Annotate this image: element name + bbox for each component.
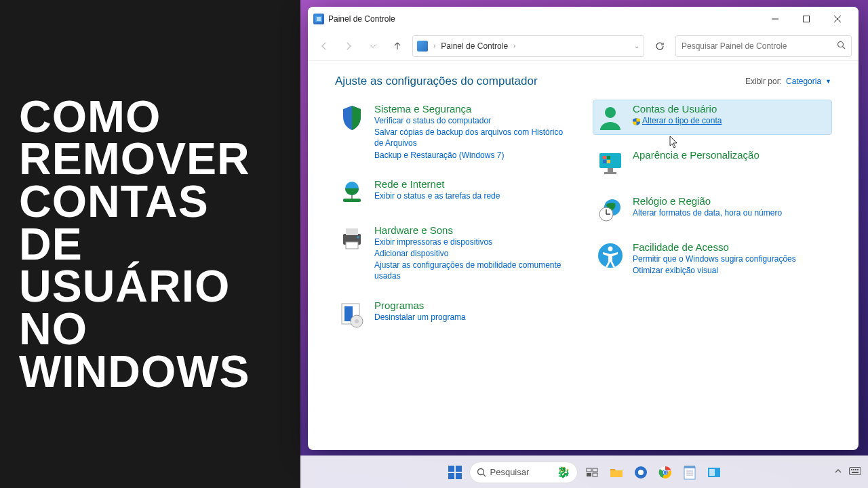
category-clock-region[interactable]: Relógio e Região Alterar formatos de dat… bbox=[593, 192, 831, 226]
control-panel-taskbar-icon[interactable] bbox=[704, 462, 724, 483]
category-link[interactable]: Permitir que o Windows sugira configuraç… bbox=[633, 253, 796, 264]
svg-point-44 bbox=[638, 470, 644, 475]
caret-down-icon: ▼ bbox=[825, 78, 831, 85]
breadcrumb-item[interactable]: Painel de Controle bbox=[441, 41, 508, 51]
svg-rect-1 bbox=[317, 17, 321, 21]
category-link[interactable]: Otimizar exibição visual bbox=[633, 265, 796, 276]
chevron-right-icon: › bbox=[432, 42, 437, 49]
svg-rect-57 bbox=[851, 469, 852, 470]
view-by-selector[interactable]: Exibir por: Categoria ▼ bbox=[745, 77, 831, 86]
navigation-bar: › Painel de Controle › ⌄ bbox=[308, 31, 859, 61]
search-mascot-icon: 🐉 bbox=[557, 466, 570, 479]
tray-chevron-icon[interactable] bbox=[834, 467, 842, 477]
chrome-icon[interactable] bbox=[655, 462, 675, 483]
category-network[interactable]: Rede e Internet Exibir o status e as tar… bbox=[335, 176, 573, 209]
forward-button[interactable] bbox=[339, 37, 358, 56]
system-tray[interactable] bbox=[834, 466, 861, 478]
notepad-icon[interactable] bbox=[679, 462, 700, 483]
recent-dropdown-button[interactable] bbox=[363, 37, 382, 56]
file-explorer-icon[interactable] bbox=[606, 462, 627, 483]
app-icon-blue[interactable] bbox=[631, 462, 651, 483]
svg-point-48 bbox=[663, 470, 667, 474]
video-title: COMO REMOVER CONTAS DE USUÁRIO NO WINDOW… bbox=[19, 96, 281, 393]
taskbar-search-placeholder: Pesquisar bbox=[490, 467, 530, 477]
svg-rect-26 bbox=[604, 172, 616, 174]
content-area: Ajuste as configurações do computador Ex… bbox=[308, 61, 859, 450]
svg-rect-34 bbox=[456, 466, 462, 472]
svg-rect-9 bbox=[343, 199, 361, 202]
category-title[interactable]: Contas de Usuário bbox=[633, 103, 722, 115]
category-programs[interactable]: Programas Desinstalar um programa bbox=[335, 297, 573, 331]
uac-shield-icon bbox=[633, 117, 640, 125]
taskbar-search[interactable]: Pesquisar 🐉 bbox=[469, 462, 578, 483]
network-icon bbox=[338, 178, 366, 207]
category-link[interactable]: Ajustar as configurações de mobilidade c… bbox=[374, 260, 570, 281]
category-title[interactable]: Sistema e Segurança bbox=[374, 103, 570, 115]
svg-rect-56 bbox=[850, 468, 861, 475]
start-button[interactable] bbox=[445, 462, 465, 483]
category-title[interactable]: Facilidade de Acesso bbox=[633, 241, 796, 253]
category-link[interactable]: Exibir o status e as tarefas da rede bbox=[374, 190, 500, 201]
titlebar[interactable]: Painel de Controle bbox=[308, 7, 859, 31]
taskbar[interactable]: Pesquisar 🐉 bbox=[300, 455, 868, 488]
svg-point-14 bbox=[357, 236, 359, 238]
svg-rect-42 bbox=[593, 473, 597, 476]
svg-rect-55 bbox=[709, 469, 715, 476]
svg-rect-21 bbox=[603, 156, 606, 159]
svg-rect-23 bbox=[603, 160, 606, 163]
category-title[interactable]: Programas bbox=[374, 300, 466, 311]
svg-rect-12 bbox=[346, 228, 358, 235]
printer-icon bbox=[338, 224, 366, 253]
category-link[interactable]: Adicionar dispositivo bbox=[374, 248, 570, 259]
svg-rect-3 bbox=[804, 16, 810, 22]
category-link[interactable]: Backup e Restauração (Windows 7) bbox=[374, 150, 570, 161]
desktop: Painel de Controle › Painel de Controle … bbox=[300, 0, 868, 488]
task-view-button[interactable] bbox=[582, 462, 602, 483]
svg-line-7 bbox=[843, 46, 846, 49]
control-panel-window: Painel de Controle › Painel de Controle … bbox=[308, 7, 859, 450]
category-appearance[interactable]: Aparência e Personalização bbox=[593, 146, 831, 180]
shield-icon bbox=[338, 103, 366, 131]
category-link[interactable]: Verificar o status do computador bbox=[374, 115, 570, 126]
svg-rect-58 bbox=[853, 469, 854, 470]
category-link[interactable]: Alterar formatos de data, hora ou número bbox=[633, 207, 782, 218]
category-link[interactable]: Salvar cópias de backup dos arquivos com… bbox=[374, 127, 570, 148]
svg-rect-22 bbox=[607, 156, 610, 159]
user-icon bbox=[596, 103, 625, 131]
category-hardware[interactable]: Hardware e Sons Exibir impressoras e dis… bbox=[335, 222, 573, 285]
svg-rect-60 bbox=[857, 469, 859, 470]
chevron-down-icon[interactable]: ⌄ bbox=[634, 42, 639, 49]
keyboard-icon[interactable] bbox=[849, 466, 861, 478]
refresh-button[interactable] bbox=[650, 36, 670, 56]
back-button[interactable] bbox=[315, 37, 334, 56]
programs-icon bbox=[338, 300, 366, 328]
search-box[interactable] bbox=[675, 35, 852, 57]
page-heading: Ajuste as configurações do computador bbox=[335, 75, 538, 88]
svg-point-37 bbox=[477, 468, 484, 474]
search-input[interactable] bbox=[682, 41, 833, 51]
svg-rect-25 bbox=[608, 168, 613, 172]
category-link[interactable]: Exibir impressoras e dispositivos bbox=[374, 237, 570, 247]
category-title[interactable]: Rede e Internet bbox=[374, 178, 500, 190]
chevron-right-icon: › bbox=[512, 42, 517, 49]
view-by-value[interactable]: Categoria bbox=[786, 77, 821, 86]
svg-rect-36 bbox=[456, 473, 462, 479]
category-title[interactable]: Hardware e Sons bbox=[374, 224, 570, 236]
minimize-button[interactable] bbox=[760, 8, 791, 30]
svg-rect-50 bbox=[684, 466, 695, 468]
category-user-accounts[interactable]: Contas de Usuário Alterar o tipo de cont… bbox=[593, 100, 831, 134]
svg-rect-33 bbox=[448, 466, 454, 472]
address-bar[interactable]: › Painel de Controle › ⌄ bbox=[412, 35, 644, 57]
category-title[interactable]: Aparência e Personalização bbox=[633, 149, 760, 161]
category-ease-of-access[interactable]: Facilidade de Acesso Permitir que o Wind… bbox=[593, 239, 831, 279]
category-system-security[interactable]: Sistema e Segurança Verificar o status d… bbox=[335, 100, 573, 163]
category-link[interactable]: Desinstalar um programa bbox=[374, 312, 466, 323]
maximize-button[interactable] bbox=[791, 8, 822, 30]
category-title[interactable]: Relógio e Região bbox=[633, 195, 782, 207]
close-button[interactable] bbox=[822, 8, 853, 30]
svg-rect-59 bbox=[855, 469, 856, 470]
up-button[interactable] bbox=[388, 37, 407, 56]
video-title-panel: COMO REMOVER CONTAS DE USUÁRIO NO WINDOW… bbox=[0, 0, 300, 488]
category-link-change-account-type[interactable]: Alterar o tipo de conta bbox=[633, 115, 722, 126]
control-panel-icon bbox=[313, 14, 324, 24]
